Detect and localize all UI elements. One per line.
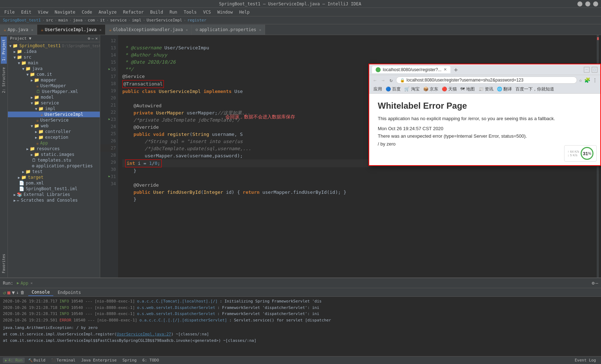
tree-usermapper-xml[interactable]: 🗒 UserMapper.xml (8, 89, 100, 94)
tab-close-icon[interactable]: ✕ (186, 28, 188, 32)
bookmark-baidu-search[interactable]: 百度一下，你就知道 (514, 86, 556, 93)
tree-userservice[interactable]: ☕ UserService (8, 117, 100, 123)
menu-help[interactable]: Help (236, 9, 253, 15)
tree-service[interactable]: ▼ 📁 service (8, 100, 100, 106)
extension-icon[interactable]: 🧩 (584, 77, 590, 83)
tree-idea[interactable]: ▶ 📁 .idea (8, 49, 100, 54)
browser-tab-close-icon[interactable]: ✕ (444, 67, 447, 72)
menu-file[interactable]: File (1, 9, 18, 15)
sidebar-close-icon[interactable]: ✕ (95, 36, 98, 41)
menu-run[interactable]: Run (167, 9, 180, 15)
build-tool-button[interactable]: 🔨 Build (26, 358, 48, 363)
run-button[interactable]: ▼ (12, 290, 15, 295)
event-log[interactable]: Event Log (572, 358, 598, 363)
bc-impl[interactable]: impl (132, 18, 142, 23)
menu-build[interactable]: Build (147, 9, 166, 15)
tab-close-icon[interactable]: ✕ (31, 28, 33, 32)
bookmark-map[interactable]: 🗺 地图 (459, 86, 476, 93)
settings-icon[interactable]: ⚙ (592, 280, 595, 286)
bc-method[interactable]: register (187, 18, 206, 23)
tree-pom[interactable]: 📄 pom.xml (8, 180, 100, 186)
bc-class[interactable]: UserServiceImpl (147, 18, 182, 23)
close-button[interactable]: ✕ (593, 1, 598, 6)
tree-iml[interactable]: 📄 SpringBoot_test1.iml (8, 186, 100, 192)
tree-comit[interactable]: ▼ 📁 com.it (8, 72, 100, 77)
stop-button[interactable]: ■ (7, 290, 10, 295)
tree-test[interactable]: ▶ 📁 test (8, 169, 100, 174)
tab-close-icon[interactable]: ✕ (99, 28, 102, 32)
menu-analyze[interactable]: Analyze (96, 9, 119, 15)
bookmark-tmall[interactable]: 🔴 天猫 (440, 86, 458, 93)
tree-app-properties[interactable]: ⚙ application.properties (8, 163, 100, 169)
tab-app-java[interactable]: ☕ App.java ✕ (0, 25, 37, 35)
tree-userserviceimpl[interactable]: ☕ UserServiceImpl (8, 112, 100, 117)
bc-java[interactable]: java (73, 18, 83, 23)
stacktrace-link-1[interactable]: UserServiceImpl.java:27 (117, 332, 171, 336)
app-tab-close[interactable]: ✕ (30, 281, 33, 285)
menu-edit[interactable]: Edit (18, 9, 34, 15)
menu-vcs[interactable]: VCS (200, 9, 214, 15)
run-app-tab[interactable]: ▶ App ✕ (15, 280, 35, 286)
menu-view[interactable]: View (35, 9, 51, 15)
collapse-icon[interactable]: – (595, 280, 598, 286)
tree-web[interactable]: ▼ 📁 web (8, 123, 100, 129)
bc-service[interactable]: service (110, 18, 127, 23)
java-enterprise-button[interactable]: Java Enterprise (79, 358, 119, 363)
bc-src[interactable]: src (46, 18, 53, 23)
bookmark-news[interactable]: 📰 资讯 (477, 86, 495, 93)
tab-userserviceimpl[interactable]: ☕ UserServiceImpl.java ✕ (37, 25, 106, 35)
bc-com[interactable]: com (88, 18, 95, 23)
maximize-button[interactable]: □ (585, 1, 590, 6)
tree-external-libs[interactable]: ▶ 📚 External Libraries (8, 192, 100, 197)
tree-java[interactable]: ▼ 📁 java (8, 66, 100, 72)
tree-resources[interactable]: ▶ 📁 resources (8, 146, 100, 152)
minimize-button[interactable]: ─ (577, 1, 582, 6)
tree-exception[interactable]: ▶ 📁 exception (8, 134, 100, 140)
spring-button[interactable]: Spring (120, 358, 139, 363)
sidebar-collapse-icon[interactable]: – (92, 36, 94, 41)
sidebar-settings-icon[interactable]: ⚙ (88, 36, 90, 41)
tree-src[interactable]: ▼ 📁 src (8, 54, 100, 60)
tab-close-icon[interactable]: ✕ (259, 28, 261, 32)
tree-target[interactable]: ▶ 📁 target (8, 174, 100, 180)
bookmark-translate[interactable]: 🌐 翻译 (495, 86, 513, 93)
favorites-tab[interactable]: Favorites (1, 251, 7, 276)
tree-app[interactable]: ☕ App (8, 140, 100, 146)
tree-impl-folder[interactable]: ▼ 📁 impl (8, 106, 100, 112)
browser-maximize-button[interactable]: □ (592, 67, 597, 73)
browser-minimize-button[interactable]: ─ (584, 67, 590, 73)
bc-project[interactable]: SpringBoot_test1 (3, 18, 41, 23)
todo-button[interactable]: 6: TODO (140, 358, 161, 363)
tree-mapper[interactable]: ▶ 📁 mapper (8, 77, 100, 83)
forward-button[interactable]: → (380, 77, 386, 84)
bookmark-taobao[interactable]: 🛒 淘宝 (403, 86, 421, 93)
reload-button[interactable]: ↻ (388, 77, 394, 84)
bookmark-baidu[interactable]: 🔵 百度 (384, 86, 402, 93)
tab-application-properties[interactable]: ⚙ application.properties ✕ (192, 25, 265, 35)
tree-scratches[interactable]: ▶ ✏ Scratches and Consoles (8, 197, 100, 203)
bc-main[interactable]: main (58, 18, 68, 23)
bookmark-apps[interactable]: 应用 (372, 86, 383, 93)
tree-static-images[interactable]: ▶ 📁 static.images (8, 152, 100, 157)
tree-model[interactable]: ▶ 📁 model (8, 94, 100, 100)
browser-tab-active[interactable]: localhost:8080/user/register?... ✕ (372, 66, 450, 73)
url-bar[interactable]: 🔒 localhost:8080/user/register?username=… (396, 77, 577, 84)
structure-tab[interactable]: 2: Structure (1, 64, 7, 96)
browser-menu-icon[interactable]: ⋮ (592, 77, 597, 83)
menu-refactor[interactable]: Refactor (120, 9, 147, 15)
back-button[interactable]: ← (372, 77, 378, 84)
menu-navigate[interactable]: Navigate (52, 9, 78, 15)
menu-window[interactable]: Window (214, 9, 235, 15)
bookmark-icon[interactable]: ☆ (579, 77, 582, 83)
tab-globalexception[interactable]: ☕ GlobalExceptionHandler.java ✕ (106, 25, 192, 35)
tree-springboot-project[interactable]: ▼ 📁 SpringBoot_test1 D:\SpringBoot_test1 (8, 43, 100, 49)
tree-templates[interactable]: 🗒 templates.stu (8, 157, 100, 163)
console-tab[interactable]: Console (28, 289, 54, 296)
menu-tools[interactable]: Tools (181, 9, 200, 15)
project-tab[interactable]: 1: Project (1, 36, 7, 64)
restart-button[interactable]: ↺ (3, 290, 6, 295)
scroll-end-button[interactable]: ↓ (16, 290, 19, 295)
bc-it[interactable]: it (100, 18, 105, 23)
clear-button[interactable]: 🗑 (20, 290, 25, 295)
tree-usermapper[interactable]: ☕ UserMapper (8, 83, 100, 89)
